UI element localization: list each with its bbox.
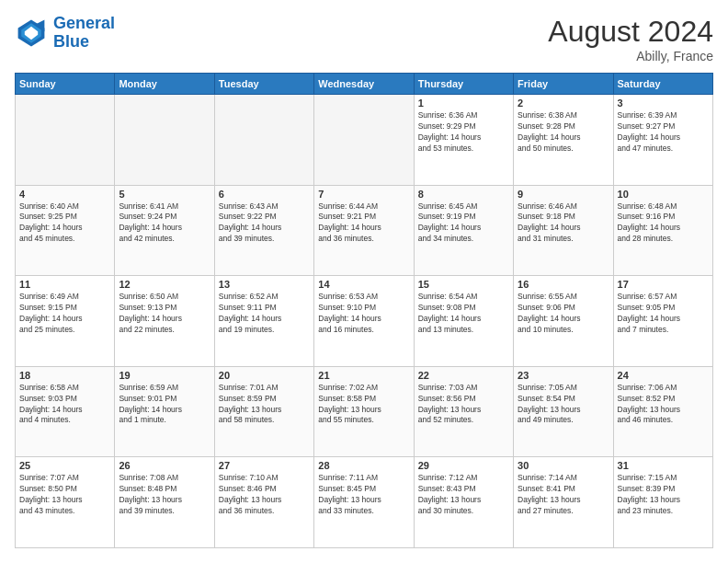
day-info: Sunrise: 6:39 AM Sunset: 9:27 PM Dayligh…	[618, 110, 709, 155]
day-info: Sunrise: 7:14 AM Sunset: 8:41 PM Dayligh…	[518, 473, 609, 517]
day-info: Sunrise: 6:41 AM Sunset: 9:24 PM Dayligh…	[119, 201, 210, 246]
calendar-cell: 9Sunrise: 6:46 AM Sunset: 9:18 PM Daylig…	[514, 185, 613, 276]
day-info: Sunrise: 6:38 AM Sunset: 9:28 PM Dayligh…	[518, 110, 609, 155]
day-info: Sunrise: 6:54 AM Sunset: 9:08 PM Dayligh…	[418, 292, 509, 336]
calendar-week-row: 1Sunrise: 6:36 AM Sunset: 9:29 PM Daylig…	[16, 95, 713, 186]
calendar-cell: 15Sunrise: 6:54 AM Sunset: 9:08 PM Dayli…	[414, 276, 513, 367]
day-number: 18	[19, 370, 110, 381]
location: Abilly, France	[548, 49, 713, 63]
day-info: Sunrise: 6:43 AM Sunset: 9:22 PM Dayligh…	[219, 201, 310, 246]
day-info: Sunrise: 6:52 AM Sunset: 9:11 PM Dayligh…	[219, 292, 310, 336]
calendar-cell: 21Sunrise: 7:02 AM Sunset: 8:58 PM Dayli…	[314, 366, 414, 457]
day-number: 23	[518, 370, 609, 381]
header: General Blue August 2024 Abilly, France	[15, 15, 713, 63]
day-info: Sunrise: 7:12 AM Sunset: 8:43 PM Dayligh…	[418, 473, 509, 517]
day-number: 6	[219, 189, 310, 200]
day-number: 5	[119, 189, 210, 200]
logo-icon	[15, 17, 48, 50]
calendar-cell: 17Sunrise: 6:57 AM Sunset: 9:05 PM Dayli…	[613, 276, 712, 367]
calendar: SundayMondayTuesdayWednesdayThursdayFrid…	[15, 73, 713, 548]
day-info: Sunrise: 6:59 AM Sunset: 9:01 PM Dayligh…	[119, 383, 210, 427]
day-number: 7	[318, 189, 409, 200]
calendar-cell: 19Sunrise: 6:59 AM Sunset: 9:01 PM Dayli…	[115, 366, 214, 457]
day-number: 13	[219, 279, 310, 290]
day-number: 31	[618, 460, 709, 471]
calendar-cell: 31Sunrise: 7:15 AM Sunset: 8:39 PM Dayli…	[613, 457, 712, 548]
day-info: Sunrise: 7:10 AM Sunset: 8:46 PM Dayligh…	[219, 473, 310, 517]
day-number: 11	[19, 279, 110, 290]
weekday-header: Thursday	[414, 74, 513, 95]
day-info: Sunrise: 6:58 AM Sunset: 9:03 PM Dayligh…	[19, 383, 110, 427]
logo-general: General	[53, 14, 115, 32]
day-number: 10	[618, 189, 709, 200]
calendar-header-row: SundayMondayTuesdayWednesdayThursdayFrid…	[16, 74, 713, 95]
day-number: 9	[518, 189, 609, 200]
calendar-cell: 23Sunrise: 7:05 AM Sunset: 8:54 PM Dayli…	[514, 366, 613, 457]
weekday-header: Saturday	[613, 74, 712, 95]
calendar-cell: 8Sunrise: 6:45 AM Sunset: 9:19 PM Daylig…	[414, 185, 513, 276]
day-info: Sunrise: 6:57 AM Sunset: 9:05 PM Dayligh…	[618, 292, 709, 336]
day-number: 8	[418, 189, 509, 200]
logo-blue: Blue	[53, 32, 89, 51]
calendar-cell: 1Sunrise: 6:36 AM Sunset: 9:29 PM Daylig…	[414, 95, 513, 186]
month-title: August 2024	[548, 15, 713, 49]
day-info: Sunrise: 6:53 AM Sunset: 9:10 PM Dayligh…	[318, 292, 409, 336]
weekday-header: Wednesday	[314, 74, 414, 95]
calendar-cell: 20Sunrise: 7:01 AM Sunset: 8:59 PM Dayli…	[214, 366, 313, 457]
calendar-cell: 11Sunrise: 6:49 AM Sunset: 9:15 PM Dayli…	[16, 276, 115, 367]
calendar-week-row: 25Sunrise: 7:07 AM Sunset: 8:50 PM Dayli…	[16, 457, 713, 548]
day-info: Sunrise: 6:50 AM Sunset: 9:13 PM Dayligh…	[119, 292, 210, 336]
calendar-cell: 7Sunrise: 6:44 AM Sunset: 9:21 PM Daylig…	[314, 185, 414, 276]
calendar-cell: 28Sunrise: 7:11 AM Sunset: 8:45 PM Dayli…	[314, 457, 414, 548]
title-section: August 2024 Abilly, France	[548, 15, 713, 63]
day-number: 4	[19, 189, 110, 200]
calendar-cell: 2Sunrise: 6:38 AM Sunset: 9:28 PM Daylig…	[514, 95, 613, 186]
day-number: 29	[418, 460, 509, 471]
calendar-cell: 4Sunrise: 6:40 AM Sunset: 9:25 PM Daylig…	[16, 185, 115, 276]
day-info: Sunrise: 6:44 AM Sunset: 9:21 PM Dayligh…	[318, 201, 409, 246]
calendar-cell: 25Sunrise: 7:07 AM Sunset: 8:50 PM Dayli…	[16, 457, 115, 548]
day-number: 12	[119, 279, 210, 290]
calendar-cell: 24Sunrise: 7:06 AM Sunset: 8:52 PM Dayli…	[613, 366, 712, 457]
weekday-header: Friday	[514, 74, 613, 95]
day-number: 14	[318, 279, 409, 290]
weekday-header: Tuesday	[214, 74, 313, 95]
logo: General Blue	[15, 15, 115, 52]
calendar-cell: 22Sunrise: 7:03 AM Sunset: 8:56 PM Dayli…	[414, 366, 513, 457]
day-number: 25	[19, 460, 110, 471]
calendar-cell	[16, 95, 115, 186]
logo-text: General Blue	[53, 15, 115, 52]
day-number: 26	[119, 460, 210, 471]
day-info: Sunrise: 6:49 AM Sunset: 9:15 PM Dayligh…	[19, 292, 110, 336]
calendar-cell: 30Sunrise: 7:14 AM Sunset: 8:41 PM Dayli…	[514, 457, 613, 548]
day-info: Sunrise: 7:05 AM Sunset: 8:54 PM Dayligh…	[518, 383, 609, 427]
calendar-cell: 12Sunrise: 6:50 AM Sunset: 9:13 PM Dayli…	[115, 276, 214, 367]
calendar-cell	[314, 95, 414, 186]
day-number: 16	[518, 279, 609, 290]
day-number: 30	[518, 460, 609, 471]
day-info: Sunrise: 6:40 AM Sunset: 9:25 PM Dayligh…	[19, 201, 110, 246]
day-info: Sunrise: 6:46 AM Sunset: 9:18 PM Dayligh…	[518, 201, 609, 246]
day-info: Sunrise: 6:55 AM Sunset: 9:06 PM Dayligh…	[518, 292, 609, 336]
day-number: 22	[418, 370, 509, 381]
calendar-week-row: 11Sunrise: 6:49 AM Sunset: 9:15 PM Dayli…	[16, 276, 713, 367]
calendar-cell	[214, 95, 313, 186]
calendar-cell: 16Sunrise: 6:55 AM Sunset: 9:06 PM Dayli…	[514, 276, 613, 367]
day-number: 21	[318, 370, 409, 381]
day-info: Sunrise: 7:11 AM Sunset: 8:45 PM Dayligh…	[318, 473, 409, 517]
day-number: 28	[318, 460, 409, 471]
day-info: Sunrise: 7:01 AM Sunset: 8:59 PM Dayligh…	[219, 383, 310, 427]
day-number: 2	[518, 98, 609, 109]
day-number: 19	[119, 370, 210, 381]
day-info: Sunrise: 7:03 AM Sunset: 8:56 PM Dayligh…	[418, 383, 509, 427]
calendar-cell: 14Sunrise: 6:53 AM Sunset: 9:10 PM Dayli…	[314, 276, 414, 367]
day-info: Sunrise: 7:06 AM Sunset: 8:52 PM Dayligh…	[618, 383, 709, 427]
day-info: Sunrise: 6:36 AM Sunset: 9:29 PM Dayligh…	[418, 110, 509, 155]
calendar-cell: 3Sunrise: 6:39 AM Sunset: 9:27 PM Daylig…	[613, 95, 712, 186]
calendar-cell: 29Sunrise: 7:12 AM Sunset: 8:43 PM Dayli…	[414, 457, 513, 548]
day-info: Sunrise: 7:08 AM Sunset: 8:48 PM Dayligh…	[119, 473, 210, 517]
calendar-cell: 18Sunrise: 6:58 AM Sunset: 9:03 PM Dayli…	[16, 366, 115, 457]
calendar-week-row: 4Sunrise: 6:40 AM Sunset: 9:25 PM Daylig…	[16, 185, 713, 276]
calendar-cell: 10Sunrise: 6:48 AM Sunset: 9:16 PM Dayli…	[613, 185, 712, 276]
day-number: 3	[618, 98, 709, 109]
